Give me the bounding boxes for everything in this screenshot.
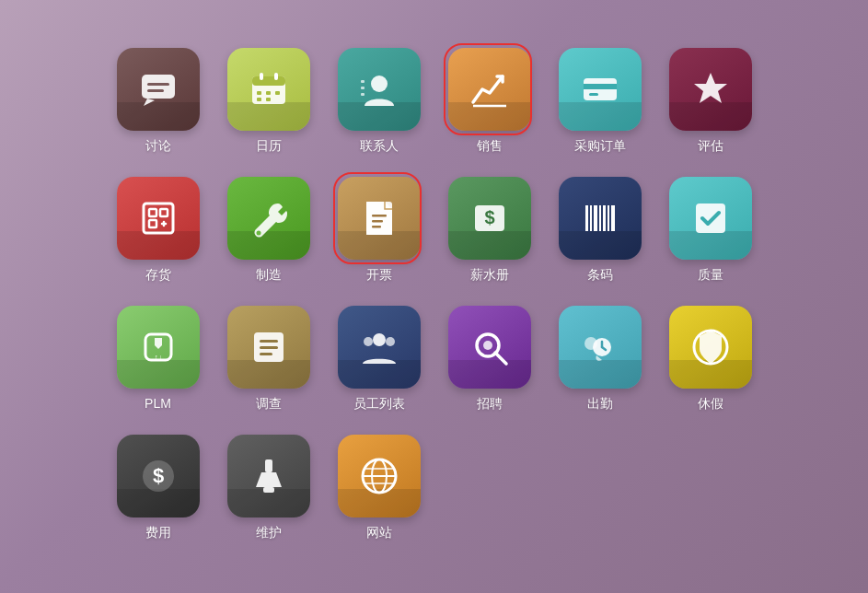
app-item-plm[interactable]: ↑↓ PLM bbox=[103, 296, 214, 425]
app-label-manufacturing: 制造 bbox=[256, 267, 282, 284]
svg-rect-46 bbox=[260, 353, 272, 355]
svg-point-26 bbox=[256, 231, 260, 236]
app-label-maintenance: 维护 bbox=[256, 525, 282, 541]
svg-rect-25 bbox=[149, 220, 156, 227]
app-icon-calendar bbox=[227, 48, 310, 131]
app-label-purchase: 采购订单 bbox=[574, 138, 626, 155]
svg-rect-58 bbox=[265, 459, 272, 472]
svg-rect-20 bbox=[589, 93, 598, 96]
svg-line-51 bbox=[495, 353, 506, 364]
app-icon-leaves bbox=[669, 306, 752, 389]
app-icon-website bbox=[338, 435, 421, 517]
app-item-employees[interactable]: 员工列表 bbox=[324, 296, 434, 425]
app-item-calendar[interactable]: 日历 bbox=[214, 39, 324, 168]
app-icon-quality bbox=[669, 177, 752, 260]
app-item-discussion[interactable]: 讨论 bbox=[103, 39, 214, 168]
app-icon-payroll: $ bbox=[448, 177, 531, 260]
app-label-discussion: 讨论 bbox=[145, 138, 171, 155]
svg-rect-36 bbox=[599, 205, 601, 231]
svg-point-13 bbox=[371, 76, 388, 92]
svg-marker-1 bbox=[144, 99, 155, 106]
app-item-payroll[interactable]: $ 薪水册 bbox=[434, 168, 545, 296]
app-label-evaluation: 评估 bbox=[698, 138, 723, 155]
svg-rect-5 bbox=[252, 76, 285, 86]
app-label-employees: 员工列表 bbox=[353, 396, 405, 413]
app-item-leaves[interactable]: 休假 bbox=[655, 296, 766, 425]
svg-point-47 bbox=[373, 333, 386, 346]
app-icon-invoice bbox=[338, 177, 421, 260]
svg-rect-16 bbox=[361, 93, 365, 96]
app-icon-survey bbox=[227, 306, 310, 389]
svg-rect-34 bbox=[590, 205, 592, 231]
svg-point-52 bbox=[483, 341, 492, 350]
app-item-quality[interactable]: 质量 bbox=[655, 168, 766, 296]
app-item-manufacturing[interactable]: 制造 bbox=[214, 168, 324, 296]
app-grid: 讨论 日历 联系人 销售 采购订单 评估 bbox=[85, 20, 784, 573]
svg-rect-40 bbox=[696, 203, 725, 233]
svg-rect-24 bbox=[160, 209, 168, 216]
svg-rect-9 bbox=[266, 91, 271, 95]
app-item-attendance[interactable]: 出勤 bbox=[545, 296, 655, 425]
app-label-barcode: 条码 bbox=[587, 267, 613, 284]
app-icon-recruitment bbox=[448, 306, 531, 389]
svg-rect-2 bbox=[147, 83, 169, 86]
app-item-inventory[interactable]: 存货 bbox=[103, 168, 214, 296]
app-label-inventory: 存货 bbox=[145, 267, 171, 284]
svg-rect-6 bbox=[260, 73, 263, 80]
svg-rect-12 bbox=[266, 98, 271, 101]
app-icon-inventory bbox=[117, 177, 200, 260]
app-icon-plm: ↑↓ bbox=[117, 306, 200, 389]
svg-rect-15 bbox=[361, 87, 365, 89]
app-icon-barcode bbox=[559, 177, 642, 260]
app-item-expenses[interactable]: $ 费用 bbox=[103, 425, 214, 554]
svg-text:$: $ bbox=[484, 207, 494, 227]
app-label-contacts: 联系人 bbox=[360, 138, 399, 155]
app-item-invoice[interactable]: 开票 bbox=[324, 168, 434, 296]
svg-rect-35 bbox=[594, 205, 597, 231]
app-icon-contacts bbox=[338, 48, 421, 131]
app-label-expenses: 费用 bbox=[145, 525, 171, 541]
app-item-website[interactable]: 网站 bbox=[324, 425, 434, 554]
svg-marker-21 bbox=[694, 73, 727, 103]
svg-rect-8 bbox=[257, 91, 261, 95]
svg-rect-45 bbox=[260, 346, 278, 349]
app-label-sales: 销售 bbox=[477, 138, 503, 155]
svg-rect-39 bbox=[611, 205, 615, 231]
app-item-barcode[interactable]: 条码 bbox=[545, 168, 655, 296]
svg-point-54 bbox=[584, 337, 597, 350]
svg-rect-29 bbox=[372, 220, 383, 223]
app-icon-attendance bbox=[559, 306, 642, 389]
svg-rect-28 bbox=[372, 215, 387, 217]
app-label-calendar: 日历 bbox=[256, 138, 282, 155]
app-icon-evaluation bbox=[669, 48, 752, 131]
svg-rect-44 bbox=[260, 340, 278, 343]
app-item-purchase[interactable]: 采购订单 bbox=[545, 39, 655, 168]
svg-rect-19 bbox=[584, 84, 617, 89]
app-label-survey: 调查 bbox=[256, 396, 282, 413]
svg-rect-33 bbox=[585, 205, 588, 231]
svg-text:↑↓: ↑↓ bbox=[154, 353, 162, 362]
svg-rect-11 bbox=[257, 98, 261, 101]
app-item-recruitment[interactable]: 招聘 bbox=[434, 296, 545, 425]
app-item-sales[interactable]: 销售 bbox=[434, 39, 545, 168]
svg-rect-7 bbox=[274, 73, 278, 80]
svg-rect-30 bbox=[372, 226, 381, 228]
app-icon-manufacturing bbox=[227, 177, 310, 260]
svg-rect-22 bbox=[144, 203, 173, 233]
svg-rect-37 bbox=[603, 205, 606, 231]
app-item-maintenance[interactable]: 维护 bbox=[214, 425, 324, 554]
svg-text:$: $ bbox=[152, 464, 163, 487]
app-item-survey[interactable]: 调查 bbox=[214, 296, 324, 425]
app-label-recruitment: 招聘 bbox=[477, 396, 503, 413]
app-icon-discussion bbox=[117, 48, 200, 131]
app-icon-purchase bbox=[559, 48, 642, 131]
app-item-evaluation[interactable]: 评估 bbox=[655, 39, 766, 168]
app-icon-maintenance bbox=[227, 435, 310, 517]
app-label-invoice: 开票 bbox=[366, 267, 392, 284]
app-icon-employees bbox=[338, 306, 421, 389]
svg-point-49 bbox=[386, 337, 395, 346]
svg-rect-14 bbox=[361, 80, 365, 83]
app-item-contacts[interactable]: 联系人 bbox=[324, 39, 434, 168]
app-icon-expenses: $ bbox=[117, 435, 200, 517]
app-label-plm: PLM bbox=[145, 396, 171, 411]
